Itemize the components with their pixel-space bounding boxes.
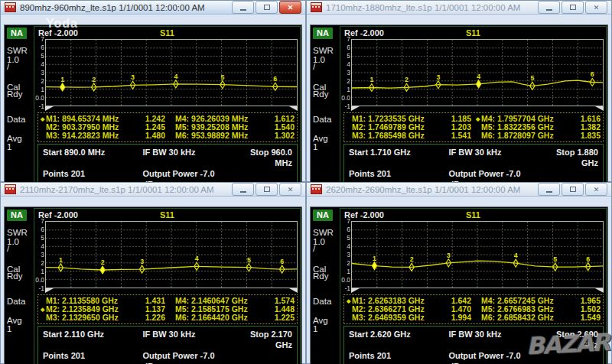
maximize-button[interactable] <box>562 183 584 196</box>
cal-ready-status: Cal Rdy <box>313 84 340 98</box>
y-axis-tick-label: 7 <box>41 36 44 42</box>
measurement-type-label: SWR <box>7 46 34 55</box>
y-axis-tick-label: 3 <box>347 252 350 258</box>
y-axis-tick-label: 4 <box>347 243 350 249</box>
marker-table: ◆M1:2.1135580 GHz1.431 ◆M4:2.1460647 GHz… <box>37 294 298 324</box>
window-titlebar[interactable]: 1710mhz-1880mhz_lte.s1p 1/1/0001 12:00:0… <box>307 1 611 15</box>
svg-text:6: 6 <box>280 258 284 265</box>
cal-ready-status: Cal Rdy <box>7 266 34 280</box>
sweep-scrollbar-right-wedge-icon <box>595 106 604 111</box>
measurement-panel: Ref -2.000 S11 76543210.0-1 123456 <box>34 26 301 194</box>
output-power-label: Output Power -7.0 dBm <box>142 350 235 364</box>
sweep-scrollbar[interactable] <box>351 106 604 112</box>
window-title: 2620mhz-2690mhz_lte.s1p 1/1/0001 12:00:0… <box>326 185 534 194</box>
cal-ready-line2: Rdy <box>313 273 340 280</box>
desktop: 890mhz-960mhz_lte.s1p 1/1/0001 12:00:00 … <box>0 0 612 364</box>
y-axis-tick-label: 3 <box>41 70 44 76</box>
marker-frequency: 1.8728097 GHz <box>497 132 554 140</box>
y-axis-tick-label: -1 <box>344 103 350 109</box>
svg-text:6: 6 <box>586 255 590 263</box>
if-bandwidth-label: IF BW 30 kHz <box>142 329 235 350</box>
marker-swr-value: 1.994 <box>448 314 471 322</box>
marker-table: ◆M1:894.65374 MHz1.242 ◆M4:926.26039 MHz… <box>37 112 298 142</box>
y-axis-labels: 76543210.0-1 <box>340 39 351 106</box>
y-axis-tick-label: 0.0 <box>35 277 44 283</box>
window-controls: ✕ <box>232 1 301 14</box>
app-icon <box>311 184 322 194</box>
sweep-scrollbar-left-wedge-icon <box>351 288 360 293</box>
maximize-icon <box>264 187 270 192</box>
svg-text:2: 2 <box>410 255 414 263</box>
minimize-button[interactable] <box>538 183 560 196</box>
marker-swr-value: 1.549 <box>578 314 601 322</box>
scale-per-div-slash: / <box>7 245 34 252</box>
window-titlebar[interactable]: 890mhz-960mhz_lte.s1p 1/1/0001 12:00:00 … <box>1 1 305 15</box>
if-bandwidth-label: IF BW 30 kHz <box>448 147 541 168</box>
maximize-button[interactable] <box>256 1 278 14</box>
y-axis-tick-label: 0.0 <box>341 277 350 283</box>
marker-label: M6: <box>481 314 495 322</box>
trace-name-label: S11 <box>340 28 606 37</box>
swr-trace-chart: 123456 <box>46 222 297 288</box>
sweep-scrollbar[interactable] <box>351 288 604 294</box>
scale-per-div-value: 1.0 <box>7 56 34 63</box>
minimize-button[interactable] <box>538 1 560 14</box>
marker-swr-value: 1.226 <box>142 314 165 322</box>
active-marker-dot-icon: ◆ <box>41 305 46 314</box>
svg-text:5: 5 <box>553 255 557 263</box>
sweep-settings-row1: Start 1.710 GHz IF BW 30 kHz Stop 1.880 … <box>349 147 598 168</box>
y-axis-tick-label: 7 <box>41 218 44 224</box>
y-axis-tick-label: 5 <box>347 235 350 241</box>
minimize-icon <box>546 191 552 193</box>
marker-frequency: 914.23823 MHz <box>62 132 119 140</box>
marker-frequency: 953.98892 MHz <box>191 132 248 140</box>
vna-window: 2110mhz-2170mhz_lte.s1p 1/1/0001 12:00:0… <box>0 182 306 364</box>
window-titlebar[interactable]: 2620mhz-2690mhz_lte.s1p 1/1/0001 12:00:0… <box>307 183 611 197</box>
mode-badge: NA <box>7 28 27 39</box>
window-frame: NA SWR 1.0 / Cal Rdy Data Avg 1 <box>307 15 611 200</box>
marker-readout-m6: ◆M6:2.6858432 GHz1.549 <box>476 314 601 322</box>
marker-frequency: 2.1664420 GHz <box>191 314 248 322</box>
sweep-scrollbar-right-wedge-icon <box>289 106 298 111</box>
y-axis-tick-label: 6 <box>41 226 44 232</box>
marker-label: M3: <box>46 314 60 322</box>
instrument-client-area: NA SWR 1.0 / Cal Rdy Data Avg 1 <box>4 24 302 196</box>
start-frequency-label: Start 2.110 GHz <box>43 329 142 350</box>
sweep-scrollbar[interactable] <box>45 288 298 294</box>
active-marker-dot-icon: ◆ <box>347 297 352 305</box>
y-axis-tick-label: 7 <box>347 218 350 224</box>
window-titlebar[interactable]: 2110mhz-2170mhz_lte.s1p 1/1/0001 12:00:0… <box>1 183 305 197</box>
marker-swr-value: 1.541 <box>448 132 471 140</box>
maximize-button[interactable] <box>256 183 278 196</box>
close-button[interactable]: ✕ <box>585 1 607 14</box>
marker-table: ◆M1:1.7233535 GHz1.185 ◆M4:1.7957704 GHz… <box>343 112 604 142</box>
sweep-scrollbar[interactable] <box>45 106 298 112</box>
scale-per-div-slash: / <box>313 63 340 70</box>
y-axis-tick-label: -1 <box>38 285 44 291</box>
maximize-button[interactable] <box>562 1 584 14</box>
marker-label: M3: <box>352 132 366 140</box>
close-button[interactable]: ✕ <box>279 183 301 196</box>
close-button[interactable]: ✕ <box>279 1 301 14</box>
close-button[interactable]: ✕ <box>585 183 607 196</box>
marker-readout-m6: ◆M6:953.98892 MHz1.302 <box>170 132 295 140</box>
y-axis-tick-label: -1 <box>38 103 44 109</box>
app-icon <box>5 2 16 12</box>
active-marker-dot-icon: ◆ <box>476 115 481 123</box>
minimize-button[interactable] <box>232 1 254 14</box>
sweep-scrollbar-right-wedge-icon <box>289 288 298 293</box>
sweep-scrollbar-left-wedge-icon <box>45 288 54 293</box>
marker-table-row: ◆M3:2.1329650 GHz1.226 ◆M6:2.1664420 GHz… <box>41 314 295 322</box>
svg-text:4: 4 <box>174 73 177 80</box>
trace-name-label: S11 <box>340 210 606 219</box>
y-axis-tick-label: -1 <box>344 285 350 291</box>
sweep-settings-panel: Start 2.110 GHz IF BW 30 kHz Stop 2.170 … <box>37 326 298 364</box>
minimize-button[interactable] <box>232 183 254 196</box>
scale-per-div-value: 1.0 <box>313 238 340 245</box>
svg-text:5: 5 <box>530 74 534 82</box>
minimize-icon <box>240 9 246 11</box>
marker-readout-m3: ◆M3:1.7685498 GHz1.541 <box>347 132 471 140</box>
measurement-panel: Ref -2.000 S11 76543210.0-1 123456 <box>34 208 301 364</box>
trace-header: Ref -2.000 S11 <box>340 27 606 39</box>
svg-text:6: 6 <box>591 70 594 78</box>
